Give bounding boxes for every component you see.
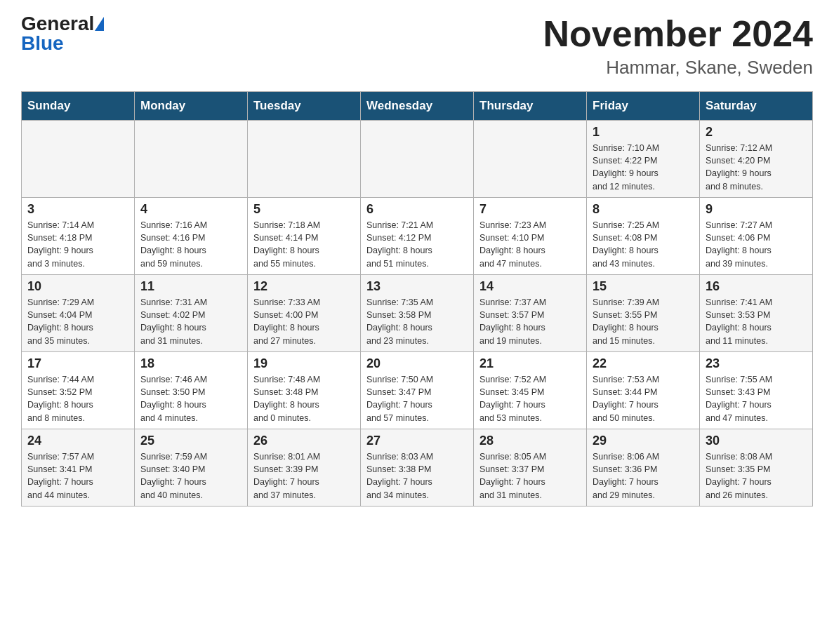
table-row: 20Sunrise: 7:50 AM Sunset: 3:47 PM Dayli…: [361, 352, 474, 429]
table-row: 18Sunrise: 7:46 AM Sunset: 3:50 PM Dayli…: [135, 352, 248, 429]
table-row: 12Sunrise: 7:33 AM Sunset: 4:00 PM Dayli…: [248, 275, 361, 352]
day-info: Sunrise: 7:44 AM Sunset: 3:52 PM Dayligh…: [27, 373, 128, 424]
day-info: Sunrise: 7:39 AM Sunset: 3:55 PM Dayligh…: [593, 296, 694, 347]
location-title: Hammar, Skane, Sweden: [543, 57, 813, 79]
day-info: Sunrise: 7:46 AM Sunset: 3:50 PM Dayligh…: [140, 373, 241, 424]
day-number: 11: [140, 279, 241, 294]
table-row: 25Sunrise: 7:59 AM Sunset: 3:40 PM Dayli…: [135, 429, 248, 507]
table-row: 13Sunrise: 7:35 AM Sunset: 3:58 PM Dayli…: [361, 275, 474, 352]
day-info: Sunrise: 7:25 AM Sunset: 4:08 PM Dayligh…: [593, 219, 694, 270]
day-info: Sunrise: 8:08 AM Sunset: 3:35 PM Dayligh…: [706, 450, 807, 502]
month-title: November 2024: [543, 14, 813, 54]
day-number: 5: [253, 202, 355, 217]
table-row: [361, 121, 474, 198]
col-saturday: Saturday: [700, 92, 813, 121]
day-number: 13: [366, 279, 468, 294]
table-row: 29Sunrise: 8:06 AM Sunset: 3:36 PM Dayli…: [587, 429, 700, 507]
table-row: 30Sunrise: 8:08 AM Sunset: 3:35 PM Dayli…: [700, 429, 813, 507]
day-number: 20: [366, 356, 468, 371]
day-info: Sunrise: 7:59 AM Sunset: 3:40 PM Dayligh…: [140, 450, 241, 502]
table-row: 26Sunrise: 8:01 AM Sunset: 3:39 PM Dayli…: [248, 429, 361, 507]
day-number: 1: [593, 125, 694, 140]
table-row: 5Sunrise: 7:18 AM Sunset: 4:14 PM Daylig…: [248, 198, 361, 275]
day-info: Sunrise: 7:53 AM Sunset: 3:44 PM Dayligh…: [593, 373, 694, 424]
day-number: 26: [253, 434, 355, 448]
day-info: Sunrise: 7:29 AM Sunset: 4:04 PM Dayligh…: [27, 296, 128, 347]
calendar-week-row: 3Sunrise: 7:14 AM Sunset: 4:18 PM Daylig…: [22, 198, 813, 275]
day-number: 16: [706, 279, 807, 294]
table-row: 11Sunrise: 7:31 AM Sunset: 4:02 PM Dayli…: [135, 275, 248, 352]
table-row: 9Sunrise: 7:27 AM Sunset: 4:06 PM Daylig…: [700, 198, 813, 275]
table-row: 23Sunrise: 7:55 AM Sunset: 3:43 PM Dayli…: [700, 352, 813, 429]
day-number: 10: [27, 279, 128, 294]
day-info: Sunrise: 7:21 AM Sunset: 4:12 PM Dayligh…: [366, 219, 468, 270]
day-info: Sunrise: 7:16 AM Sunset: 4:16 PM Dayligh…: [140, 219, 241, 270]
day-number: 17: [27, 356, 128, 371]
calendar-week-row: 10Sunrise: 7:29 AM Sunset: 4:04 PM Dayli…: [22, 275, 813, 352]
day-info: Sunrise: 7:55 AM Sunset: 3:43 PM Dayligh…: [706, 373, 807, 424]
table-row: 6Sunrise: 7:21 AM Sunset: 4:12 PM Daylig…: [361, 198, 474, 275]
page-header: General Blue November 2024 Hammar, Skane…: [21, 14, 813, 79]
day-info: Sunrise: 7:18 AM Sunset: 4:14 PM Dayligh…: [253, 219, 355, 270]
day-number: 19: [253, 356, 355, 371]
day-info: Sunrise: 7:31 AM Sunset: 4:02 PM Dayligh…: [140, 296, 241, 347]
table-row: 2Sunrise: 7:12 AM Sunset: 4:20 PM Daylig…: [700, 121, 813, 198]
logo-general: General: [21, 14, 94, 34]
day-info: Sunrise: 7:12 AM Sunset: 4:20 PM Dayligh…: [706, 142, 807, 193]
table-row: 1Sunrise: 7:10 AM Sunset: 4:22 PM Daylig…: [587, 121, 700, 198]
day-number: 6: [366, 202, 468, 217]
calendar-header-row: Sunday Monday Tuesday Wednesday Thursday…: [22, 92, 813, 121]
day-info: Sunrise: 7:23 AM Sunset: 4:10 PM Dayligh…: [479, 219, 581, 270]
day-number: 28: [479, 434, 581, 448]
table-row: [248, 121, 361, 198]
col-sunday: Sunday: [22, 92, 135, 121]
day-info: Sunrise: 7:35 AM Sunset: 3:58 PM Dayligh…: [366, 296, 468, 347]
table-row: 21Sunrise: 7:52 AM Sunset: 3:45 PM Dayli…: [474, 352, 587, 429]
table-row: [474, 121, 587, 198]
table-row: 4Sunrise: 7:16 AM Sunset: 4:16 PM Daylig…: [135, 198, 248, 275]
day-number: 29: [593, 434, 694, 448]
day-info: Sunrise: 7:33 AM Sunset: 4:00 PM Dayligh…: [253, 296, 355, 347]
day-number: 15: [593, 279, 694, 294]
day-number: 8: [593, 202, 694, 217]
day-info: Sunrise: 7:50 AM Sunset: 3:47 PM Dayligh…: [366, 373, 468, 424]
calendar-week-row: 24Sunrise: 7:57 AM Sunset: 3:41 PM Dayli…: [22, 429, 813, 507]
table-row: 24Sunrise: 7:57 AM Sunset: 3:41 PM Dayli…: [22, 429, 135, 507]
day-info: Sunrise: 7:14 AM Sunset: 4:18 PM Dayligh…: [27, 219, 128, 270]
day-number: 2: [706, 125, 807, 140]
day-info: Sunrise: 7:48 AM Sunset: 3:48 PM Dayligh…: [253, 373, 355, 424]
day-number: 14: [479, 279, 581, 294]
day-info: Sunrise: 8:01 AM Sunset: 3:39 PM Dayligh…: [253, 450, 355, 502]
table-row: 15Sunrise: 7:39 AM Sunset: 3:55 PM Dayli…: [587, 275, 700, 352]
col-monday: Monday: [135, 92, 248, 121]
table-row: 19Sunrise: 7:48 AM Sunset: 3:48 PM Dayli…: [248, 352, 361, 429]
day-number: 27: [366, 434, 468, 448]
day-number: 7: [479, 202, 581, 217]
table-row: 22Sunrise: 7:53 AM Sunset: 3:44 PM Dayli…: [587, 352, 700, 429]
table-row: 28Sunrise: 8:05 AM Sunset: 3:37 PM Dayli…: [474, 429, 587, 507]
day-info: Sunrise: 7:27 AM Sunset: 4:06 PM Dayligh…: [706, 219, 807, 270]
table-row: 3Sunrise: 7:14 AM Sunset: 4:18 PM Daylig…: [22, 198, 135, 275]
table-row: 16Sunrise: 7:41 AM Sunset: 3:53 PM Dayli…: [700, 275, 813, 352]
logo-blue: Blue: [21, 34, 64, 53]
day-number: 22: [593, 356, 694, 371]
day-number: 12: [253, 279, 355, 294]
day-info: Sunrise: 8:05 AM Sunset: 3:37 PM Dayligh…: [479, 450, 581, 502]
table-row: [22, 121, 135, 198]
table-row: 8Sunrise: 7:25 AM Sunset: 4:08 PM Daylig…: [587, 198, 700, 275]
logo: General Blue: [21, 14, 104, 53]
day-info: Sunrise: 7:37 AM Sunset: 3:57 PM Dayligh…: [479, 296, 581, 347]
table-row: 7Sunrise: 7:23 AM Sunset: 4:10 PM Daylig…: [474, 198, 587, 275]
calendar-table: Sunday Monday Tuesday Wednesday Thursday…: [21, 91, 813, 507]
day-info: Sunrise: 7:52 AM Sunset: 3:45 PM Dayligh…: [479, 373, 581, 424]
table-row: [135, 121, 248, 198]
table-row: 14Sunrise: 7:37 AM Sunset: 3:57 PM Dayli…: [474, 275, 587, 352]
col-friday: Friday: [587, 92, 700, 121]
table-row: 10Sunrise: 7:29 AM Sunset: 4:04 PM Dayli…: [22, 275, 135, 352]
day-info: Sunrise: 7:57 AM Sunset: 3:41 PM Dayligh…: [27, 450, 128, 502]
table-row: 27Sunrise: 8:03 AM Sunset: 3:38 PM Dayli…: [361, 429, 474, 507]
day-number: 18: [140, 356, 241, 371]
day-info: Sunrise: 7:41 AM Sunset: 3:53 PM Dayligh…: [706, 296, 807, 347]
day-number: 4: [140, 202, 241, 217]
day-number: 21: [479, 356, 581, 371]
